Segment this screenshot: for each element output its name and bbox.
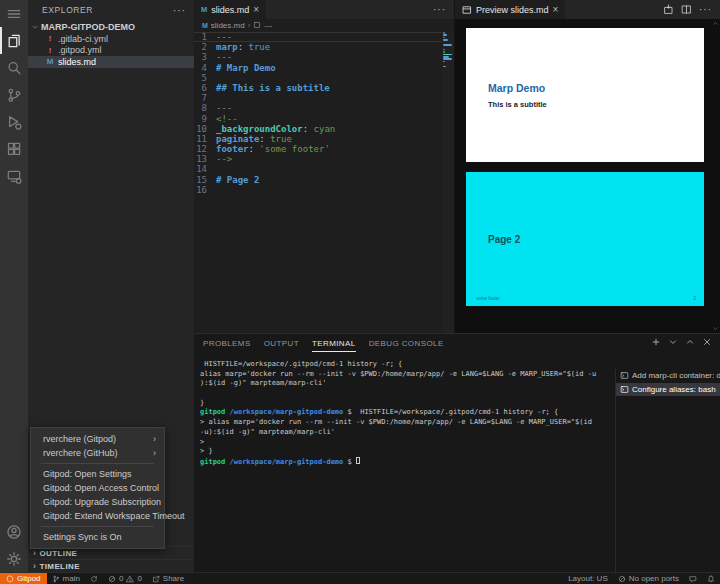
terminal-line: alias marp='docker run --rm --init -v $P…	[200, 370, 612, 380]
menu-item[interactable]: rverchere (Gitpod)›	[31, 432, 164, 446]
menu-item[interactable]: Gitpod: Open Access Control	[31, 481, 164, 495]
status-ports[interactable]: No open ports	[613, 573, 684, 584]
file-.gitlab-ci.yml[interactable]: !.gitlab-ci.yml	[28, 33, 194, 45]
file-name: .gitpod.yml	[58, 45, 102, 55]
panel-actions	[651, 337, 712, 347]
marp-preview-webview: Marp Demo This is a subtitle Page 2 some…	[455, 19, 720, 333]
activity-extensions-icon[interactable]	[0, 135, 28, 162]
chevron-right-icon: ›	[33, 548, 36, 558]
breadcrumb[interactable]: M slides.md › ---	[194, 19, 454, 31]
activity-accounts-icon[interactable]	[0, 518, 28, 545]
terminal-icon	[620, 385, 629, 394]
code-line: 14	[194, 164, 442, 174]
activity-remote-explorer-icon[interactable]	[0, 162, 28, 189]
status-problems[interactable]: 00	[103, 573, 147, 584]
more-actions-icon[interactable]: ···	[699, 4, 712, 15]
tab-preview-slides-md[interactable]: Preview slides.md ×	[455, 0, 566, 19]
status-share[interactable]: Share	[147, 573, 189, 584]
panel-tab-problems[interactable]: PROBLEMS	[203, 334, 251, 352]
file-slides.md[interactable]: Mslides.md	[28, 56, 194, 68]
folder-name: MARP-GITPOD-DEMO	[41, 22, 135, 32]
close-icon[interactable]: ×	[553, 5, 559, 15]
code-line: 10_backgroundColor: cyan	[194, 124, 442, 134]
menu-item[interactable]: Settings Sync is On	[31, 530, 164, 544]
menu-item[interactable]: Gitpod: Extend Workspace Timeout	[31, 509, 164, 523]
yaml-file-icon: !	[46, 34, 54, 43]
bottom-panel: PROBLEMSOUTPUTTERMINALDEBUG CONSOLE HIST…	[194, 333, 720, 572]
line-content: marp: true	[216, 42, 270, 52]
status-bar-right: Layout: USNo open ports	[563, 573, 720, 584]
activity-source-control-icon[interactable]	[0, 81, 28, 108]
editor-tab-bar: M slides.md × ···	[194, 0, 454, 19]
code-editor[interactable]: 1---2marp: true3---4# Marp Demo56## This…	[194, 32, 442, 333]
minimap-line	[443, 44, 452, 46]
terminal-list-item[interactable]: Configure aliases: bash	[616, 383, 720, 397]
split-editor-icon[interactable]	[681, 4, 692, 15]
vscode-window: EXPLORER ··· MARP-GITPOD-DEMO !.gitlab-c…	[0, 0, 720, 584]
terminal-list-item[interactable]: Add marp-cli container: d...	[616, 369, 720, 383]
file-list: !.gitlab-ci.yml!.gitpod.ymlMslides.md	[28, 33, 194, 68]
status-feedback[interactable]	[684, 573, 702, 584]
line-number: 10	[194, 124, 216, 134]
panel-tab-debug-console[interactable]: DEBUG CONSOLE	[369, 334, 444, 352]
panel-tab-terminal[interactable]: TERMINAL	[312, 334, 356, 352]
activity-explorer-icon[interactable]	[0, 27, 28, 54]
status-bar: Gitpodmain00Share Layout: USNo open port…	[0, 572, 720, 584]
menu-item[interactable]: Gitpod: Upgrade Subscription	[31, 495, 164, 509]
file-name: .gitlab-ci.yml	[58, 34, 108, 44]
activity-bar-top	[0, 0, 28, 189]
line-number: 16	[194, 185, 216, 195]
minimap-line	[443, 66, 446, 68]
code-line: 7	[194, 93, 442, 103]
panel-tab-output[interactable]: OUTPUT	[264, 334, 299, 352]
file-.gitpod.yml[interactable]: !.gitpod.yml	[28, 45, 194, 57]
terminal-line: ):$(id -g)" marpteam/marp-cli'	[200, 379, 612, 389]
line-content: _backgroundColor: cyan	[216, 124, 335, 134]
status-notifications[interactable]	[702, 573, 720, 584]
new-terminal-icon[interactable]	[651, 337, 661, 347]
more-actions-icon[interactable]: ···	[433, 4, 446, 15]
code-line: 13-->	[194, 154, 442, 164]
menu-item[interactable]: rverchere (GitHub)›	[31, 446, 164, 460]
sidebar-title: EXPLORER	[42, 5, 93, 15]
timeline-section[interactable]: › TIMELINE	[28, 559, 194, 572]
minimap[interactable]	[442, 32, 454, 333]
scroll-up-icon[interactable]	[710, 20, 720, 27]
close-icon[interactable]: ×	[253, 5, 259, 15]
minimap-line	[443, 54, 452, 56]
terminal-picker-icon[interactable]	[668, 337, 678, 347]
activity-menu-icon[interactable]	[0, 0, 28, 27]
more-actions-icon[interactable]: ···	[173, 5, 186, 16]
status-gitpod-remote[interactable]: Gitpod	[0, 573, 47, 584]
minimap-line	[443, 56, 449, 58]
breadcrumb-file[interactable]: slides.md	[211, 21, 245, 30]
tab-slides-md[interactable]: M slides.md ×	[194, 0, 267, 19]
terminal-line: > alias marp='docker run --rm --init -v …	[200, 418, 612, 428]
status-keyboard-layout[interactable]: Layout: US	[563, 573, 613, 584]
terminal-list: Add marp-cli container: d...Configure al…	[615, 369, 720, 572]
line-number: 3	[194, 52, 216, 62]
terminal[interactable]: HISTFILE=/workspace/.gitpod/cmd-1 histor…	[200, 360, 612, 572]
close-panel-icon[interactable]	[702, 337, 712, 347]
status-sync[interactable]	[85, 573, 103, 584]
line-content: -->	[216, 154, 232, 164]
activity-search-icon[interactable]	[0, 54, 28, 81]
scroll-down-icon[interactable]	[710, 325, 720, 332]
line-content: <!--	[216, 114, 238, 124]
menu-item-label: Settings Sync is On	[43, 532, 122, 542]
refresh-preview-icon[interactable]	[663, 4, 674, 15]
menu-item[interactable]: Gitpod: Open Settings	[31, 467, 164, 481]
maximize-panel-icon[interactable]	[685, 337, 695, 347]
breadcrumb-symbol[interactable]: ---	[264, 21, 272, 30]
minimap-line	[443, 61, 445, 63]
menu-item-label: Gitpod: Open Access Control	[43, 483, 159, 493]
activity-manage-icon[interactable]	[0, 545, 28, 572]
panel-tab-bar: PROBLEMSOUTPUTTERMINALDEBUG CONSOLE	[194, 334, 720, 352]
line-number: 11	[194, 134, 216, 144]
folder-row[interactable]: MARP-GITPOD-DEMO	[28, 20, 194, 33]
activity-run-debug-icon[interactable]	[0, 108, 28, 135]
menu-separator	[41, 463, 154, 464]
line-number: 5	[194, 73, 216, 83]
status-git-branch[interactable]: main	[47, 573, 85, 584]
line-number: 12	[194, 144, 216, 154]
